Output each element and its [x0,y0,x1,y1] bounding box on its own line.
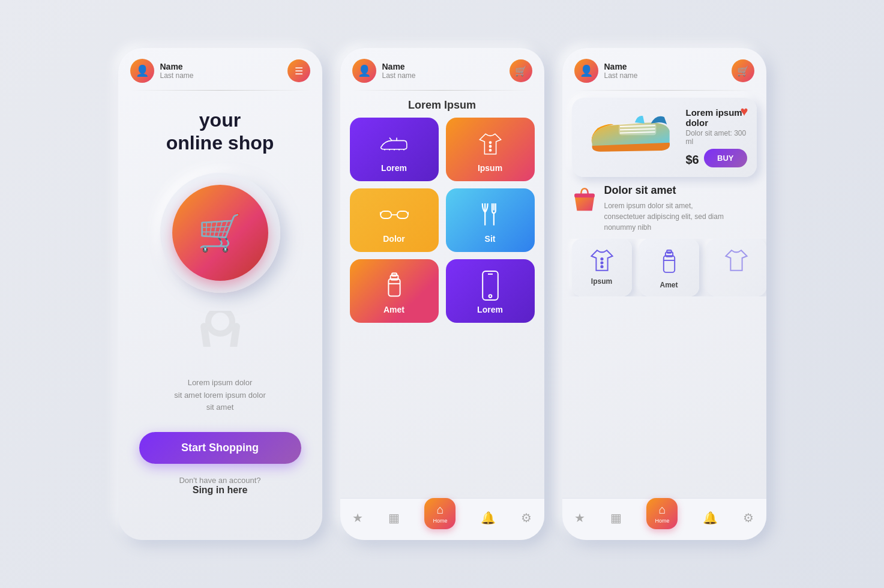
nav-home-2[interactable]: ⌂ Home [424,498,456,529]
nav-stats-2[interactable]: ▦ [388,511,400,525]
header-3: 👤 Name Last name 🛒 [562,48,766,90]
mini-cosmetics-icon [660,248,679,276]
bottom-nav-3: ★ ▦ ⌂ Home 🔔 ⚙ [562,498,766,540]
promo-section: Dolor sit amet Lorem ipsum dolor sit ame… [572,184,757,233]
svg-rect-31 [663,256,674,272]
mini-ipsum-label: Ipsum [591,277,612,286]
svg-point-29 [601,262,603,263]
user-lastname-1: Last name [160,71,287,80]
cart-header-icon-2[interactable]: 🛒 [510,59,532,82]
shoes-icon [380,135,409,153]
phone-icon [481,270,500,301]
user-info-3: Name Last name [604,62,732,80]
header-2: 👤 Name Last name 🛒 [340,48,544,90]
nav-home-3[interactable]: ⌂ Home [646,498,678,529]
home-icon-3: ⌂ [658,503,666,517]
food-label: Sit [485,234,496,244]
user-name-2: Name [382,62,510,71]
home-label-3: Home [655,518,669,524]
mini-product-amet[interactable]: Amet [639,239,699,296]
buy-button[interactable]: BUY [704,149,747,167]
nav-settings-2[interactable]: ⚙ [521,511,532,525]
nav-favorites-2[interactable]: ★ [352,511,363,525]
mini-product-ipsum[interactable]: Ipsum [572,239,632,296]
svg-point-30 [601,266,603,268]
cart-circle-inner: 🛒 [172,185,268,281]
shoes-icon-wrapper [380,130,409,158]
home-label-2: Home [433,518,447,524]
cosmetics-label: Amet [383,305,404,314]
category-clothing[interactable]: Ipsum [446,118,535,181]
user-lastname-3: Last name [604,71,732,80]
promo-desc: Lorem ipsum dolor sit amet, consectetuer… [604,200,757,233]
product-shoe-image [582,109,678,163]
gear-icon-2: ⚙ [521,511,532,525]
avatar-1: 👤 [130,59,154,83]
category-phone[interactable]: Lorem [446,259,535,323]
nav-stats-3[interactable]: ▦ [610,511,622,525]
svg-line-11 [407,212,408,215]
svg-rect-7 [380,211,391,218]
food-icon [477,202,504,228]
hero-description: Lorem ipsum dolor sit amet lorem ipsum d… [174,377,265,414]
mini-product-extra[interactable] [706,239,766,296]
cart-header-icon-3[interactable]: 🛒 [732,59,754,82]
promo-bag-icon [572,184,597,218]
cart-icon: 🛒 [197,211,242,254]
clothing-icon-wrapper [476,130,505,158]
product-info: Lorem ipsum dolor Dolor sit amet: 300 ml… [686,107,747,167]
bell-icon-2: 🔔 [481,511,496,525]
header-1: 👤 Name Last name ☰ [118,48,322,90]
svg-rect-8 [397,211,407,218]
svg-point-3 [208,311,232,334]
bottom-nav-2: ★ ▦ ⌂ Home 🔔 ⚙ [340,498,544,540]
categories-grid: Lorem Ipsum [340,118,544,323]
signin-link[interactable]: Sing in here [193,485,248,496]
nav-notifications-2[interactable]: 🔔 [481,511,496,525]
product-price: $6 [686,153,699,167]
clothing-icon [476,131,505,157]
product-card: ♥ Lorem ipsum dolor Dolor sit amet: 300 … [572,98,757,177]
product-image-area [582,107,678,167]
category-shoes[interactable]: Lorem [350,118,439,181]
glasses-label: Dolor [383,234,405,244]
divider-3 [574,90,754,91]
user-info-1: Name Last name [160,62,287,80]
svg-line-10 [380,212,380,215]
svg-point-6 [489,149,491,151]
nav-settings-3[interactable]: ⚙ [743,511,754,525]
user-info-2: Name Last name [382,62,510,80]
promo-text-area: Dolor sit amet Lorem ipsum dolor sit ame… [604,184,757,233]
category-cosmetics[interactable]: Amet [350,259,439,323]
stats-icon-2: ▦ [388,511,400,525]
svg-rect-20 [483,271,498,300]
svg-point-28 [601,258,603,260]
home-icon-2: ⌂ [436,503,444,517]
nav-favorites-3[interactable]: ★ [574,511,585,525]
shoes-label: Lorem [381,163,407,173]
start-shopping-button[interactable]: Start Shopping [139,432,301,464]
star-icon-2: ★ [352,511,363,525]
mini-amet-label: Amet [660,281,678,289]
star-icon-3: ★ [574,511,585,525]
category-food[interactable]: Sit [446,188,535,252]
phone-icon-wrapper [476,271,505,300]
glasses-icon [380,205,409,224]
cosmetics-icon [383,271,405,300]
promo-title: Dolor sit amet [604,184,757,197]
avatar-2: 👤 [352,59,376,83]
product-subtitle: Dolor sit amet: 300 ml [686,129,747,146]
gear-icon-3: ⚙ [743,511,754,525]
category-glasses[interactable]: Dolor [350,188,439,252]
user-name-1: Name [160,62,287,71]
bag-icon [572,184,597,213]
nav-notifications-3[interactable]: 🔔 [703,511,718,525]
signin-prompt: Don't have an account? [179,476,260,485]
svg-point-22 [489,295,492,298]
hero-title: your online shop [166,109,274,155]
heart-icon[interactable]: ♥ [740,104,748,119]
menu-icon[interactable]: ☰ [287,59,310,82]
shoe-display [582,109,678,166]
screen-1: 👤 Name Last name ☰ your online shop 🛒 [118,48,322,540]
avatar-3: 👤 [574,59,598,83]
